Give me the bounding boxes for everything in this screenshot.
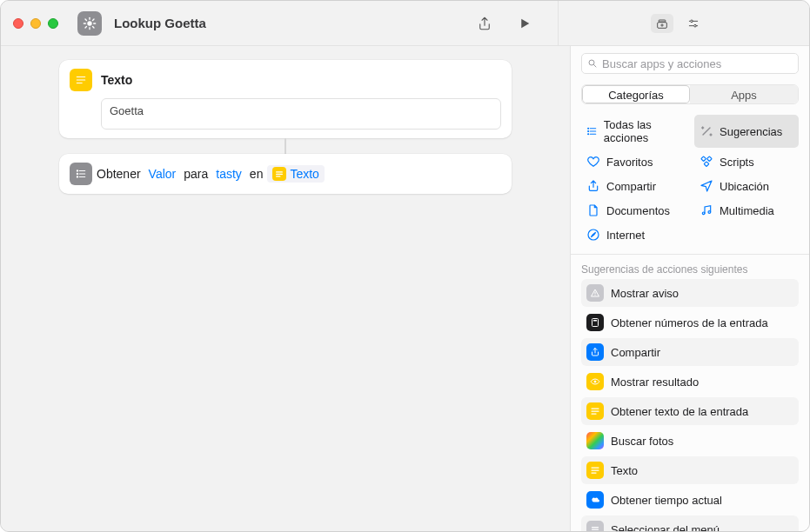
share-button[interactable] <box>472 13 497 34</box>
text-action-title: Texto <box>101 73 132 87</box>
svg-line-7 <box>85 26 86 27</box>
search-placeholder: Buscar apps y acciones <box>602 57 721 70</box>
segment-categories[interactable]: Categorías <box>582 85 690 103</box>
svg-line-5 <box>85 19 86 20</box>
category-document[interactable]: Documentos <box>581 200 686 221</box>
minimize-window-button[interactable] <box>30 18 41 29</box>
dictionary-action-icon <box>70 163 92 185</box>
category-wand[interactable]: Sugerencias <box>694 115 799 148</box>
suggestion-item[interactable]: Obtener números de la entrada <box>581 309 799 336</box>
segment-apps[interactable]: Apps <box>690 85 798 103</box>
app-window: Lookup Goetta <box>0 0 810 532</box>
text-lines-small-icon <box>275 170 284 178</box>
share-icon <box>477 16 492 31</box>
suggestion-item[interactable]: Mostrar resultado <box>581 368 799 396</box>
heart-icon <box>586 155 600 169</box>
svg-point-0 <box>87 21 91 25</box>
library-mode-segment: Categorías Apps <box>581 84 799 104</box>
list-icon <box>586 124 598 138</box>
close-window-button[interactable] <box>13 18 23 29</box>
run-button[interactable] <box>512 13 537 34</box>
weather-icon <box>586 491 604 509</box>
window-title: Lookup Goetta <box>114 16 206 30</box>
wand-icon <box>700 124 713 138</box>
suggestion-item[interactable]: Obtener tiempo actual <box>581 486 799 514</box>
suggestions-heading: Sugerencias de acciones siguientes <box>571 255 809 279</box>
text-lines-icon <box>75 74 87 86</box>
text-icon <box>586 402 604 420</box>
share-icon <box>586 343 604 361</box>
suggestion-item[interactable]: Seleccionar del menú <box>581 515 799 531</box>
calc-icon <box>586 314 604 331</box>
text-action-input[interactable]: Goetta <box>101 98 501 130</box>
suggestions-list: Mostrar avisoObtener números de la entra… <box>571 279 809 531</box>
category-scripts[interactable]: Scripts <box>694 151 799 172</box>
safari-icon <box>586 228 600 242</box>
svg-rect-10 <box>659 20 666 22</box>
svg-point-24 <box>77 176 77 177</box>
document-icon <box>586 203 600 217</box>
action-library-sidebar: Buscar apps y acciones Categorías Apps T… <box>570 46 809 531</box>
media-icon <box>700 203 713 217</box>
library-stack-icon <box>655 17 669 30</box>
location-icon <box>700 179 713 193</box>
photos-icon <box>586 432 604 449</box>
get-conj2: en <box>250 167 264 181</box>
action-connector <box>285 138 286 154</box>
svg-point-22 <box>77 173 77 174</box>
category-list[interactable]: Todas las acciones <box>581 115 686 148</box>
svg-point-20 <box>77 170 77 171</box>
suggestion-item[interactable]: Obtener texto de la entrada <box>581 397 799 425</box>
list-icon <box>75 168 87 180</box>
search-input[interactable]: Buscar apps y acciones <box>581 53 799 74</box>
get-conj1: para <box>184 167 208 181</box>
settings-view-button[interactable] <box>682 14 705 33</box>
category-safari[interactable]: Internet <box>581 224 686 245</box>
suggestion-item[interactable]: Mostrar aviso <box>581 279 799 307</box>
action-text[interactable]: Texto Goetta <box>59 60 512 138</box>
menu-icon <box>586 521 604 531</box>
suggestion-item[interactable]: Texto <box>581 456 799 484</box>
search-icon <box>587 58 598 69</box>
scripts-icon <box>700 155 713 169</box>
get-source-label: Texto <box>290 167 318 181</box>
svg-line-8 <box>93 19 94 20</box>
app-glyph-icon <box>83 17 97 30</box>
play-icon <box>517 16 532 31</box>
svg-point-29 <box>589 60 594 65</box>
category-heart[interactable]: Favoritos <box>581 151 686 172</box>
svg-point-16 <box>694 24 697 27</box>
svg-point-15 <box>691 20 693 23</box>
alert-icon <box>586 284 604 302</box>
category-grid: Todas las accionesSugerenciasFavoritosSc… <box>571 111 809 255</box>
share-icon <box>586 179 600 193</box>
library-view-button[interactable] <box>651 14 673 33</box>
get-key-token[interactable]: tasty <box>212 165 245 183</box>
text-action-icon <box>70 69 92 91</box>
workflow-canvas[interactable]: Texto Goetta Obtener Valor para tasty <box>1 46 570 531</box>
action-get-value[interactable]: Obtener Valor para tasty en Texto <box>59 154 512 194</box>
text-icon <box>586 462 604 479</box>
category-location[interactable]: Ubicación <box>694 176 799 196</box>
svg-line-6 <box>93 26 94 27</box>
suggestion-item[interactable]: Buscar fotos <box>581 427 799 455</box>
variable-chip-icon <box>272 167 286 181</box>
category-share[interactable]: Compartir <box>581 176 686 196</box>
category-media[interactable]: Multimedia <box>694 200 799 221</box>
fullscreen-window-button[interactable] <box>48 18 58 29</box>
svg-line-30 <box>594 65 597 68</box>
get-param-token[interactable]: Valor <box>145 165 180 183</box>
suggestion-item[interactable]: Compartir <box>581 338 799 366</box>
eye-icon <box>586 373 604 390</box>
shortcut-app-icon <box>77 11 102 36</box>
get-source-variable[interactable]: Texto <box>267 165 324 183</box>
window-controls <box>13 18 58 29</box>
sliders-icon <box>686 17 700 30</box>
titlebar: Lookup Goetta <box>1 1 809 46</box>
get-verb: Obtener <box>97 167 141 181</box>
